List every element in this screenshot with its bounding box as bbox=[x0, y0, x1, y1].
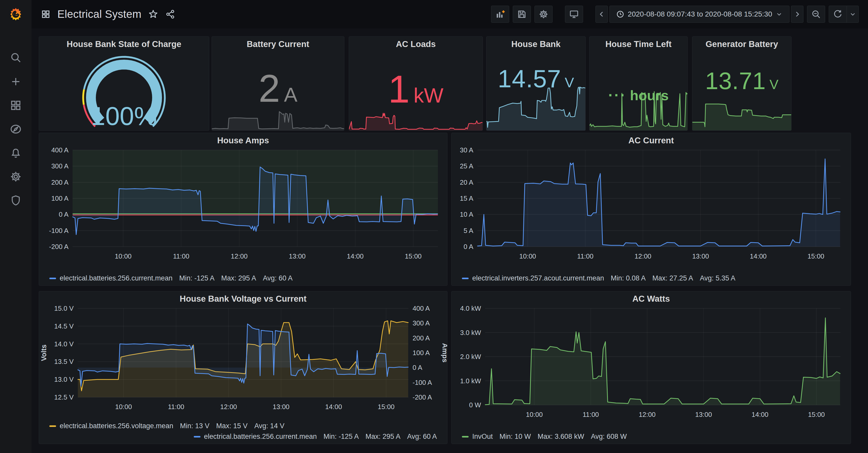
save-dashboard-button[interactable] bbox=[513, 6, 531, 23]
legend-series-color bbox=[49, 425, 56, 427]
sidebar bbox=[0, 0, 32, 453]
legend-avg: Avg: 60 A bbox=[407, 432, 437, 441]
svg-text:13:00: 13:00 bbox=[273, 403, 289, 411]
search-icon bbox=[9, 52, 22, 64]
legend-series-name[interactable]: InvOut bbox=[472, 432, 493, 441]
svg-text:14:00: 14:00 bbox=[751, 411, 768, 418]
panel-title[interactable]: Battery Current bbox=[212, 37, 344, 52]
ac-watts-chart[interactable]: 4.0 kW3.0 kW2.0 kW1.0 kW0 W10:0011:0012:… bbox=[452, 306, 851, 422]
svg-text:14:00: 14:00 bbox=[750, 252, 767, 260]
ac-current-chart[interactable]: 30 A25 A20 A15 A10 A5 A0 A10:0011:0012:0… bbox=[452, 148, 851, 264]
legend-series-name[interactable]: electrical.batteries.256.current.mean bbox=[204, 432, 317, 441]
stat-unit: V bbox=[770, 77, 779, 92]
svg-text:-200 A: -200 A bbox=[49, 243, 69, 251]
panel-title[interactable]: House Bank Voltage vs Current bbox=[39, 291, 447, 306]
svg-text:15.0 V: 15.0 V bbox=[54, 306, 74, 312]
svg-text:Volts: Volts bbox=[40, 345, 48, 361]
sidebar-item-server-admin[interactable] bbox=[7, 194, 24, 207]
panel-title[interactable]: Generator Battery bbox=[692, 37, 791, 52]
svg-text:13:00: 13:00 bbox=[289, 252, 306, 260]
toolbar: 2020-08-08 09:07:43 to 2020-08-08 15:25:… bbox=[491, 6, 859, 23]
sidebar-item-search[interactable] bbox=[7, 51, 24, 65]
legend-series-name[interactable]: electrical.batteries.256.current.mean bbox=[60, 274, 173, 282]
chevron-down-icon bbox=[775, 10, 783, 18]
svg-text:12.5 V: 12.5 V bbox=[54, 393, 74, 401]
generator-battery-value: 13.71V bbox=[692, 67, 791, 94]
svg-text:13:00: 13:00 bbox=[692, 252, 709, 260]
legend-min: Min: 13 V bbox=[180, 422, 210, 430]
star-icon[interactable] bbox=[148, 9, 158, 20]
time-range-back-button[interactable] bbox=[595, 6, 608, 23]
legend: InvOut Min: 10 W Max: 3.608 kW Avg: 608 … bbox=[462, 432, 840, 441]
house-bank-value: 14.57V bbox=[487, 65, 585, 93]
svg-text:0 A: 0 A bbox=[463, 243, 473, 251]
grafana-logo-icon[interactable] bbox=[0, 0, 32, 28]
panel-voltage-vs-current: House Bank Voltage vs Current 15.0 V14.5… bbox=[39, 291, 447, 444]
house-amps-chart[interactable]: 400 A300 A200 A100 A0 A-100 A-200 A10:00… bbox=[39, 148, 447, 264]
legend-series-name[interactable]: electrical.inverters.257.acout.current.m… bbox=[472, 274, 604, 282]
panel-ac-loads: AC Loads 1kW bbox=[349, 36, 483, 131]
share-icon[interactable] bbox=[165, 9, 176, 20]
voltage-vs-current-chart[interactable]: 15.0 V14.5 V14.0 V13.5 V13.0 V12.5 V400 … bbox=[39, 306, 447, 414]
svg-text:400 A: 400 A bbox=[51, 148, 68, 154]
panel-title[interactable]: House Bank State of Charge bbox=[39, 37, 209, 52]
panel-title[interactable]: House Bank bbox=[487, 37, 585, 52]
time-range-picker[interactable]: 2020-08-08 09:07:43 to 2020-08-08 15:25:… bbox=[610, 6, 789, 23]
legend-series-color bbox=[49, 278, 56, 279]
clock-icon bbox=[616, 10, 625, 19]
svg-text:-200 A: -200 A bbox=[412, 393, 432, 401]
svg-text:100 A: 100 A bbox=[51, 194, 68, 202]
soc-gauge-value: 100% bbox=[39, 101, 209, 131]
add-panel-button[interactable] bbox=[491, 6, 509, 23]
svg-text:5 A: 5 A bbox=[463, 227, 473, 234]
sidebar-item-alerting[interactable] bbox=[7, 146, 24, 160]
sidebar-item-explore[interactable] bbox=[7, 122, 24, 136]
sidebar-item-configuration[interactable] bbox=[7, 170, 24, 183]
legend-min: Min: 0.08 A bbox=[611, 274, 646, 282]
settings-gear-icon bbox=[538, 9, 549, 20]
panel-title[interactable]: AC Loads bbox=[349, 37, 483, 52]
cycle-view-button[interactable] bbox=[565, 6, 583, 23]
panel-house-bank-voltage: House Bank 14.57V bbox=[486, 36, 586, 131]
stat-number: 14.57 bbox=[498, 65, 561, 93]
svg-text:0 A: 0 A bbox=[412, 364, 423, 371]
legend-avg: Avg: 14 V bbox=[254, 422, 284, 430]
refresh-button[interactable] bbox=[829, 6, 847, 23]
svg-text:3.0 kW: 3.0 kW bbox=[460, 329, 481, 336]
svg-text:200 A: 200 A bbox=[412, 334, 430, 342]
legend-max: Max: 295 A bbox=[366, 432, 400, 441]
svg-text:13.0 V: 13.0 V bbox=[54, 376, 74, 383]
add-panel-icon bbox=[495, 9, 505, 20]
dashboard-title[interactable]: Electrical System bbox=[57, 8, 141, 21]
tv-monitor-icon bbox=[569, 9, 579, 20]
grid-layout-icon[interactable] bbox=[41, 9, 51, 19]
dashboards-icon bbox=[9, 99, 22, 111]
sidebar-item-dashboards[interactable] bbox=[7, 99, 24, 112]
legend-max: Max: 15 V bbox=[216, 422, 248, 430]
panel-title[interactable]: House Amps bbox=[39, 133, 447, 148]
refresh-controls bbox=[829, 6, 859, 23]
svg-text:11:00: 11:00 bbox=[577, 252, 593, 260]
svg-text:13:00: 13:00 bbox=[695, 411, 712, 418]
svg-text:4.0 kW: 4.0 kW bbox=[460, 306, 481, 312]
alerting-bell-icon bbox=[9, 147, 22, 159]
svg-text:15:00: 15:00 bbox=[378, 403, 395, 411]
panel-title[interactable]: AC Current bbox=[452, 133, 851, 148]
panel-title[interactable]: AC Watts bbox=[452, 291, 851, 306]
stat-number: ··· bbox=[609, 87, 626, 103]
time-range-forward-button[interactable] bbox=[791, 6, 803, 23]
time-controls: 2020-08-08 09:07:43 to 2020-08-08 15:25:… bbox=[595, 6, 803, 23]
legend-series-name[interactable]: electrical.batteries.256.voltage.mean bbox=[60, 422, 173, 430]
svg-text:300 A: 300 A bbox=[51, 162, 68, 170]
dashboard-settings-button[interactable] bbox=[534, 6, 553, 23]
chevron-down-icon bbox=[849, 10, 857, 18]
sidebar-item-create[interactable] bbox=[7, 75, 24, 88]
zoom-out-time-button[interactable] bbox=[807, 6, 825, 23]
refresh-interval-dropdown[interactable] bbox=[847, 6, 859, 23]
stat-unit: kW bbox=[413, 84, 443, 107]
panel-title[interactable]: House Time Left bbox=[590, 37, 687, 52]
settings-gear-icon bbox=[9, 170, 22, 183]
legend: electrical.batteries.256.voltage.mean Mi… bbox=[49, 422, 437, 441]
svg-text:11:00: 11:00 bbox=[173, 252, 189, 260]
panel-generator-battery: Generator Battery 13.71V bbox=[692, 36, 792, 131]
